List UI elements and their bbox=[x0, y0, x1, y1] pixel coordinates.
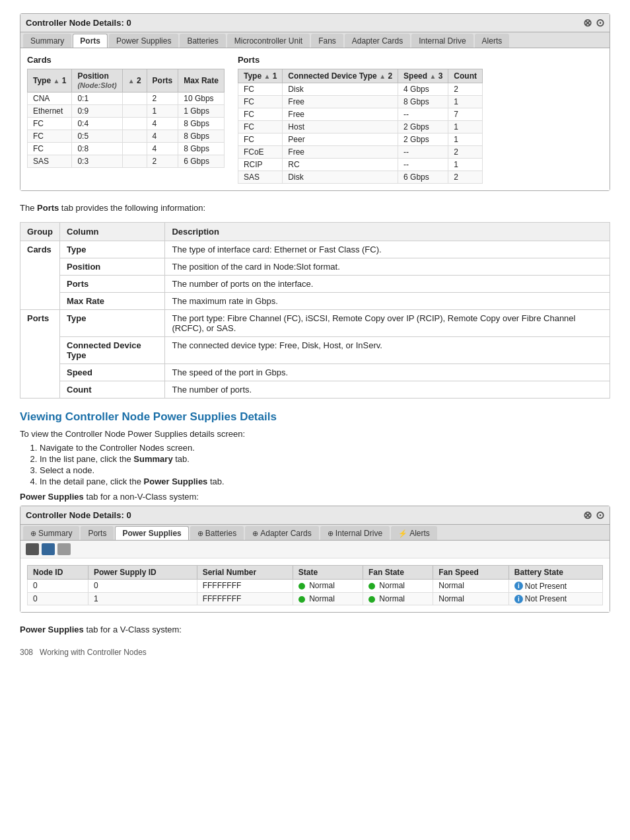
table-row: FCFree--7 bbox=[238, 108, 482, 121]
ps-col-fanstate[interactable]: Fan State bbox=[363, 566, 433, 580]
power-supplies-note-bold: Power Supplies bbox=[20, 492, 84, 502]
page-section: Working with Controller Nodes bbox=[40, 648, 147, 657]
cards-col-sort2[interactable]: ▲ 2 bbox=[122, 69, 147, 93]
desc-row-ports-cdt: Connected Device Type The connected devi… bbox=[20, 337, 610, 364]
ports-col-count[interactable]: Count bbox=[448, 69, 483, 83]
table-row: FCFree8 Gbps1 bbox=[238, 96, 482, 108]
desc-header-column: Column bbox=[60, 223, 165, 241]
panel-header-2: Controller Node Details: 0 ⊗ ⊙ bbox=[20, 506, 610, 525]
desc-desc-cdt: The connected device type: Free, Disk, H… bbox=[165, 337, 610, 364]
description-table: Group Column Description Cards Type The … bbox=[20, 222, 610, 399]
ps-col-state[interactable]: State bbox=[293, 566, 363, 580]
table-row: RCIPRC--1 bbox=[238, 159, 482, 171]
tab-adapter-cards-2[interactable]: Adapter Cards bbox=[245, 526, 318, 540]
desc-row-cards-position: Position The position of the card in Nod… bbox=[20, 258, 610, 276]
desc-row-ports-count: Count The number of ports. bbox=[20, 381, 610, 399]
cards-col-position[interactable]: Position(Node:Slot) bbox=[72, 69, 122, 93]
settings-icon[interactable]: ⊙ bbox=[596, 17, 604, 29]
desc-col-speed: Speed bbox=[60, 364, 165, 381]
table-row: SAS 0:3 2 6 Gbps bbox=[28, 155, 225, 168]
toolbar-icon-2[interactable] bbox=[42, 543, 55, 555]
tab-power-supplies-2[interactable]: Power Supplies bbox=[115, 526, 188, 540]
tab-alerts-2[interactable]: Alerts bbox=[391, 526, 437, 540]
help-icon[interactable]: ⊗ bbox=[583, 17, 592, 29]
table-row: FC 0:4 4 8 Gbps bbox=[28, 118, 225, 130]
state-text-2: Normal bbox=[309, 594, 335, 603]
cards-col-ports[interactable]: Ports bbox=[147, 69, 178, 93]
instructions-list: Navigate to the Controller Nodes screen.… bbox=[40, 443, 610, 486]
note-text: Power Supplies tab for a non-V-Class sys… bbox=[20, 492, 610, 502]
list-item: Navigate to the Controller Nodes screen. bbox=[40, 443, 610, 453]
panel-title-1: Controller Node Details: 0 bbox=[26, 18, 131, 28]
ps-col-nodeid[interactable]: Node ID bbox=[28, 566, 88, 580]
table-row: 0 1 FFFFFFFF Normal Normal Normal i bbox=[28, 592, 603, 605]
controller-node-panel-1: Controller Node Details: 0 ⊗ ⊙ Summary P… bbox=[20, 13, 610, 191]
desc-desc-maxrate: The maximum rate in Gbps. bbox=[165, 293, 610, 310]
table-row: Ethernet 0:9 1 1 Gbps bbox=[28, 105, 225, 118]
tab-batteries-2[interactable]: Batteries bbox=[190, 526, 244, 540]
desc-row-ports-type: Ports Type The port type: Fibre Channel … bbox=[20, 310, 610, 337]
panel-body-2: Node ID Power Supply ID Serial Number St… bbox=[20, 558, 610, 612]
panel-header-icons-2: ⊗ ⊙ bbox=[583, 509, 604, 521]
table-row: FC 0:5 4 8 Gbps bbox=[28, 130, 225, 143]
page-footer: 308 Working with Controller Nodes bbox=[20, 648, 610, 657]
battery-info-icon-1: i bbox=[514, 582, 523, 590]
state-text-1: Normal bbox=[309, 581, 335, 590]
tab-ports-2[interactable]: Ports bbox=[81, 526, 114, 540]
summary-bold: Summary bbox=[133, 454, 172, 464]
help-icon-2[interactable]: ⊗ bbox=[583, 509, 592, 521]
ps-col-battery[interactable]: Battery State bbox=[508, 566, 602, 580]
table-row: SASDisk6 Gbps2 bbox=[238, 171, 482, 184]
desc-desc-position: The position of the card in Node:Slot fo… bbox=[165, 258, 610, 276]
desc-desc-type: The type of interface card: Ethernet or … bbox=[165, 241, 610, 258]
table-row: CNA 0:1 2 10 Gbps bbox=[28, 93, 225, 105]
desc-desc-speed: The speed of the port in Gbps. bbox=[165, 364, 610, 381]
tab-batteries-1[interactable]: Batteries bbox=[180, 34, 225, 48]
cards-col-type[interactable]: Type ▲ 1 bbox=[28, 69, 72, 93]
tab-ports-1[interactable]: Ports bbox=[73, 34, 108, 48]
power-supplies-table: Node ID Power Supply ID Serial Number St… bbox=[27, 565, 603, 605]
tab-microcontroller-1[interactable]: Microcontroller Unit bbox=[227, 34, 310, 48]
state-dot-2 bbox=[298, 596, 305, 603]
instructions-intro: To view the Controller Node Power Suppli… bbox=[20, 429, 610, 439]
desc-row-ports-speed: Speed The speed of the port in Gbps. bbox=[20, 364, 610, 381]
tab-alerts-1[interactable]: Alerts bbox=[475, 34, 510, 48]
desc-desc-ports-type: The port type: Fibre Channel (FC), iSCSI… bbox=[165, 310, 610, 337]
panel-title-2: Controller Node Details: 0 bbox=[26, 510, 131, 520]
footer-power-supplies-bold: Power Supplies bbox=[20, 625, 84, 634]
ps-col-psid[interactable]: Power Supply ID bbox=[88, 566, 197, 580]
ports-col-speed[interactable]: Speed ▲ 3 bbox=[398, 69, 448, 83]
settings-icon-2[interactable]: ⊙ bbox=[596, 509, 604, 521]
toolbar-icon-3[interactable] bbox=[57, 543, 71, 555]
tab-internal-drive-1[interactable]: Internal Drive bbox=[411, 34, 473, 48]
panel-body-1: Cards Type ▲ 1 Position(Node:Slot) ▲ 2 P… bbox=[20, 48, 610, 190]
desc-row-cards-ports: Ports The number of ports on the interfa… bbox=[20, 276, 610, 293]
cards-section: Cards Type ▲ 1 Position(Node:Slot) ▲ 2 P… bbox=[27, 55, 225, 184]
tab-bar-1: Summary Ports Power Supplies Batteries M… bbox=[20, 32, 610, 48]
tab-summary-1[interactable]: Summary bbox=[23, 34, 71, 48]
ps-col-serial[interactable]: Serial Number bbox=[197, 566, 293, 580]
ps-col-fanspeed[interactable]: Fan Speed bbox=[433, 566, 509, 580]
tab-internal-drive-2[interactable]: Internal Drive bbox=[320, 526, 390, 540]
desc-header-description: Description bbox=[165, 223, 610, 241]
table-row: FCoEFree--2 bbox=[238, 146, 482, 159]
fan-state-text-2: Normal bbox=[379, 594, 405, 603]
desc-col-type: Type bbox=[60, 241, 165, 258]
tab-power-supplies-1[interactable]: Power Supplies bbox=[109, 34, 178, 48]
ports-col-type[interactable]: Type ▲ 1 bbox=[238, 69, 282, 83]
cards-label: Cards bbox=[27, 55, 225, 65]
list-item: In the detail pane, click the Power Supp… bbox=[40, 477, 610, 486]
panel-body-inner-1: Cards Type ▲ 1 Position(Node:Slot) ▲ 2 P… bbox=[27, 55, 603, 184]
desc-desc-count: The number of ports. bbox=[165, 381, 610, 399]
controller-node-panel-2: Controller Node Details: 0 ⊗ ⊙ Summary P… bbox=[20, 506, 610, 613]
tab-summary-2[interactable]: Summary bbox=[23, 526, 79, 540]
desc-group-cards: Cards bbox=[20, 241, 60, 310]
table-row: 0 0 FFFFFFFF Normal Normal Normal i bbox=[28, 580, 603, 593]
tab-fans-1[interactable]: Fans bbox=[311, 34, 343, 48]
tab-adapter-cards-1[interactable]: Adapter Cards bbox=[345, 34, 410, 48]
page-number: 308 bbox=[20, 648, 33, 657]
desc-header-group: Group bbox=[20, 223, 60, 241]
cards-col-maxrate[interactable]: Max Rate bbox=[178, 69, 225, 93]
toolbar-icon-1[interactable] bbox=[26, 543, 39, 555]
ports-col-device[interactable]: Connected Device Type ▲ 2 bbox=[283, 69, 398, 83]
